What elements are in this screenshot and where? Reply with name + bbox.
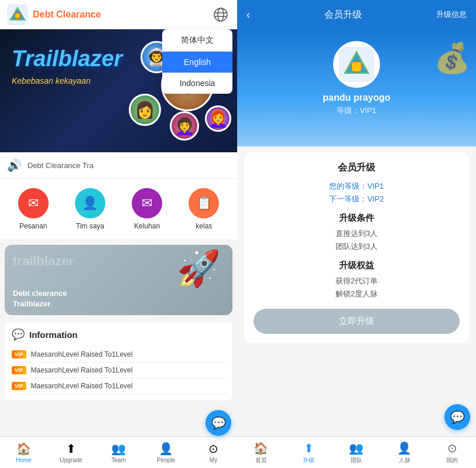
announcement-bar: 🔊 Debt Clearance Tra — [0, 152, 237, 179]
svg-point-5 — [214, 8, 227, 21]
condition-list: 直推达到3人 团队达到3人 — [254, 228, 460, 252]
nav-people[interactable]: 👤 People — [142, 437, 190, 468]
support-button-right[interactable]: 💬 — [444, 404, 470, 430]
conditions-title: 升级条件 — [254, 213, 460, 224]
vip-badge-2: VIP — [12, 366, 26, 374]
app-logo-icon — [7, 4, 28, 25]
benefits-title: 升级权益 — [254, 260, 460, 271]
right-my-icon: ⊙ — [447, 441, 457, 455]
vip-badge-3: VIP — [12, 382, 26, 390]
kelas-icon: 📋 — [196, 196, 212, 211]
right-people-icon: 👤 — [397, 441, 412, 455]
avatar-4: 👩 — [129, 94, 161, 126]
menu-kelas[interactable]: 📋 kelas — [189, 188, 219, 230]
lang-chinese[interactable]: 简体中文 — [162, 29, 232, 52]
back-button[interactable]: ‹ — [246, 9, 250, 21]
bottom-nav-left: 🏠 Home ⬆ Upgrade 👥 Team 👤 People ⊙ My — [0, 436, 237, 468]
right-upgrade-icon: ⬆ — [304, 441, 314, 455]
right-team-icon: 👥 — [349, 441, 364, 455]
vip-badge-1: VIP — [12, 350, 26, 358]
keluhan-icon: ✉ — [142, 196, 152, 211]
next-level-label: 下一等级： — [329, 194, 367, 203]
lang-english[interactable]: English — [162, 52, 232, 73]
promo-line2: Trailblazer — [13, 299, 67, 309]
tim-icon-wrap: 👤 — [75, 188, 105, 218]
right-nav-my[interactable]: ⊙ 我的 — [428, 437, 476, 468]
right-nav-upgrade-label: 升级 — [303, 456, 314, 464]
info-icon: 💬 — [12, 328, 25, 341]
benefit-list: 获得2代订单 解锁2度人脉 — [254, 276, 460, 299]
pesanan-icon-wrap: ✉ — [18, 188, 49, 218]
globe-button[interactable] — [211, 5, 230, 24]
nav-people-label: People — [157, 457, 175, 463]
upgrade-card: 会员升级 您的等级：VIP1 下一等级：VIP2 升级条件 直推达到3人 团队达… — [244, 152, 469, 343]
announce-icon: 🔊 — [7, 158, 22, 172]
support-icon-left: 💬 — [211, 416, 226, 430]
banner-title: Trailblazer — [12, 47, 122, 71]
promo-banner: trailblazer 🚀 Debt clearance Trailblazer — [5, 245, 232, 315]
right-nav-home[interactable]: 🏠 首页 — [237, 437, 285, 468]
team-icon: 👥 — [111, 442, 126, 456]
next-level-value: VIP2 — [367, 194, 383, 203]
info-title: Information — [29, 330, 78, 340]
hero-decoration-icon: 💰 — [434, 41, 470, 75]
current-level-value: VIP1 — [367, 182, 383, 190]
person-face-6: 👩‍🦰 — [207, 107, 230, 130]
menu-tim-saya[interactable]: 👤 Tim saya — [75, 188, 105, 230]
info-item-1: VIP MaesarohLevel Raised To1Level — [12, 347, 225, 363]
bottom-nav-right: 🏠 首页 ⬆ 升级 👥 团队 👤 人脉 ⊙ 我的 — [237, 436, 476, 468]
kelas-icon-wrap: 📋 — [189, 188, 219, 218]
right-nav-team[interactable]: 👥 团队 — [333, 437, 381, 468]
current-level-label: 您的等级： — [329, 182, 367, 190]
nav-team[interactable]: 👥 Team — [95, 437, 142, 468]
right-nav-people-label: 人脉 — [399, 456, 410, 464]
svg-rect-13 — [352, 62, 361, 71]
upgrade-now-button[interactable]: 立即升级 — [254, 309, 460, 334]
right-panel: ‹ 会员升级 升级信息 pandu prayogo 等级：VIP1 💰 — [237, 0, 476, 468]
svg-point-6 — [218, 8, 224, 21]
logo-area: Debt Clearance — [7, 4, 101, 25]
nav-upgrade-label: Upgrade — [60, 457, 82, 463]
info-header: 💬 Information — [12, 328, 225, 341]
my-icon: ⊙ — [208, 442, 218, 456]
language-dropdown: 简体中文 English Indonesia — [162, 29, 232, 94]
banner-subtitle: Kebebasan kekayaan — [12, 76, 91, 86]
right-content: pandu prayogo 等级：VIP1 💰 会员升级 您的等级：VIP1 下… — [237, 29, 476, 468]
info-item-text-1: MaesarohLevel Raised To1Level — [31, 350, 133, 358]
promo-rocket-icon: 🚀 — [177, 248, 221, 289]
right-nav-upgrade[interactable]: ⬆ 升级 — [285, 437, 333, 468]
right-nav-people[interactable]: 👤 人脉 — [381, 437, 429, 468]
info-item-text-3: MaesarohLevel Raised To1Level — [31, 382, 133, 390]
nav-my-label: My — [210, 457, 217, 463]
promo-line1: Debt clearance — [13, 288, 67, 299]
globe-icon — [213, 7, 228, 22]
condition-2: 团队达到3人 — [254, 241, 460, 252]
right-nav-my-label: 我的 — [446, 456, 458, 464]
nav-home[interactable]: 🏠 Home — [0, 437, 47, 468]
upgrade-detail: 您的等级：VIP1 下一等级：VIP2 — [254, 181, 460, 204]
condition-1: 直推达到3人 — [254, 228, 460, 239]
support-button-left[interactable]: 💬 — [206, 410, 231, 436]
nav-my[interactable]: ⊙ My — [190, 437, 237, 468]
keluhan-icon-wrap: ✉ — [132, 188, 162, 218]
right-header-title: 会员升级 — [324, 9, 362, 21]
left-header: Debt Clearance — [0, 0, 237, 29]
upgrade-info-button[interactable]: 升级信息 — [436, 9, 467, 20]
pesanan-label: Pesanan — [19, 222, 47, 230]
benefit-1: 获得2代订单 — [254, 276, 460, 286]
avatar-5: 👩‍🦱 — [170, 111, 199, 141]
menu-keluhan[interactable]: ✉ Keluhan — [132, 188, 162, 230]
current-level-item: 您的等级：VIP1 — [254, 181, 460, 192]
profile-name: pandu prayogo — [323, 93, 391, 103]
nav-home-label: Home — [16, 457, 32, 463]
menu-pesanan[interactable]: ✉ Pesanan — [18, 188, 49, 230]
left-panel: Debt Clearance 简体中文 English Indonesia Tr… — [0, 0, 237, 468]
tim-label: Tim saya — [76, 222, 104, 230]
support-icon-right: 💬 — [450, 410, 465, 424]
right-header: ‹ 会员升级 升级信息 — [237, 0, 476, 29]
promo-bg-text: trailblazer — [13, 254, 74, 269]
lang-indonesia[interactable]: Indonesia — [162, 73, 232, 94]
svg-rect-4 — [15, 13, 20, 18]
promo-text: Debt clearance Trailblazer — [13, 288, 67, 309]
nav-upgrade[interactable]: ⬆ Upgrade — [47, 437, 95, 468]
